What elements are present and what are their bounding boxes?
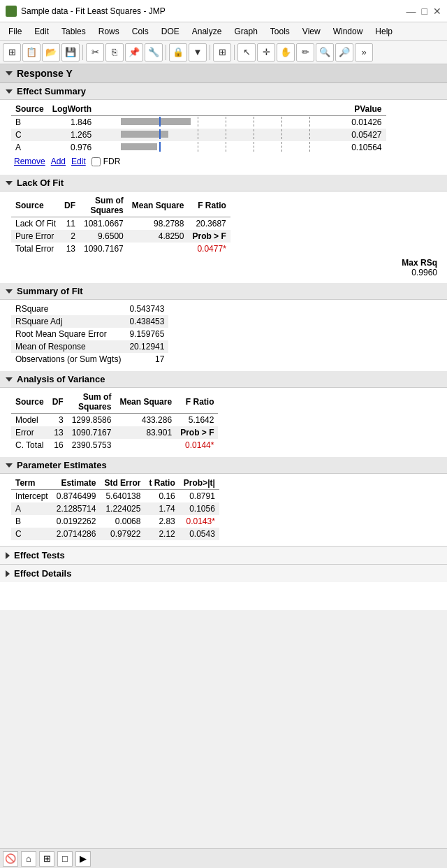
- menu-item-cols[interactable]: Cols: [126, 25, 154, 38]
- toolbar-btn-grid[interactable]: ⊞: [213, 43, 231, 62]
- toolbar-btn-1[interactable]: ⊞: [3, 43, 21, 62]
- sof-label-3: Mean of Response: [11, 340, 125, 353]
- window-controls[interactable]: — □ ✕: [406, 6, 441, 17]
- aov-source-2: C. Total: [11, 439, 48, 451]
- menu-item-help[interactable]: Help: [369, 25, 398, 38]
- lof-df-2: 2: [60, 230, 80, 243]
- toolbar-btn-5[interactable]: 🔧: [145, 43, 163, 62]
- lof-col-source: Source: [11, 194, 60, 217]
- menu-item-analyze[interactable]: Analyze: [186, 25, 228, 38]
- toolbar-btn-hand[interactable]: ✋: [277, 43, 295, 62]
- aov-fr-1: Prob > F: [176, 426, 218, 439]
- window-title: Sample data - Fit Least Squares - JMP: [21, 6, 166, 16]
- toolbar-btn-4[interactable]: 💾: [61, 43, 80, 62]
- toolbar-btn-search[interactable]: 🔍: [316, 43, 334, 62]
- maximize-button[interactable]: □: [422, 6, 427, 17]
- aov-source-1: Error: [11, 426, 48, 439]
- response-header[interactable]: Response Y: [0, 64, 447, 83]
- toolbar-btn-zoom[interactable]: 🔎: [335, 43, 353, 62]
- fdr-checkbox-label[interactable]: FDR: [91, 157, 121, 166]
- bar-c: [96, 129, 347, 141]
- menu-item-rows[interactable]: Rows: [93, 25, 125, 38]
- table-row: C. Total 16 2390.5753 0.0144*: [11, 439, 218, 451]
- toolbar-btn-copy[interactable]: ⎘: [105, 43, 124, 62]
- pe-stderr-0: 5.640138: [100, 490, 145, 503]
- analysis-of-variance-triangle: [6, 377, 13, 382]
- toolbar-btn-more[interactable]: »: [355, 43, 373, 62]
- aov-df-1: 13: [48, 426, 68, 439]
- logworth-a: 0.976: [48, 141, 96, 154]
- sof-value-4: 17: [125, 353, 168, 366]
- toolbar-btn-cross[interactable]: ✛: [257, 43, 275, 62]
- table-row: Intercept 0.8746499 5.640138 0.16 0.8791: [11, 490, 219, 503]
- status-icon-window[interactable]: □: [57, 851, 73, 867]
- status-icon-home[interactable]: ⌂: [21, 851, 36, 867]
- menu-item-window[interactable]: Window: [328, 25, 369, 38]
- status-icon-grid[interactable]: ⊞: [39, 851, 54, 867]
- toolbar-btn-paste[interactable]: 📌: [125, 43, 143, 62]
- lof-df-1: 11: [60, 217, 80, 231]
- pe-estimate-2: 0.0192262: [52, 515, 101, 528]
- toolbar-btn-down[interactable]: ▼: [189, 43, 207, 62]
- menu-item-tools[interactable]: Tools: [265, 25, 295, 38]
- toolbar-btn-lock[interactable]: 🔒: [169, 43, 187, 62]
- app-icon: [6, 6, 17, 17]
- aov-df-2: 16: [48, 439, 68, 451]
- toolbar-btn-cut[interactable]: ✂: [86, 43, 104, 62]
- summary-of-fit-header[interactable]: Summary of Fit: [0, 283, 447, 300]
- menu-item-view[interactable]: View: [297, 25, 326, 38]
- add-link[interactable]: Add: [51, 157, 66, 166]
- status-icon-stop[interactable]: 🚫: [3, 851, 18, 867]
- parameter-estimates-header[interactable]: Parameter Estimates: [0, 457, 447, 474]
- pe-prob-3: 0.0543: [179, 528, 219, 540]
- aov-ss-2: 2390.5753: [68, 439, 116, 451]
- toolbar-btn-pencil[interactable]: ✏: [296, 43, 314, 62]
- effect-tests-section[interactable]: Effect Tests: [0, 546, 447, 564]
- close-button[interactable]: ✕: [433, 6, 441, 17]
- toolbar-btn-3[interactable]: 📂: [42, 43, 60, 62]
- table-row: Pure Error 2 9.6500 4.8250 Prob > F: [11, 230, 230, 243]
- aov-source-0: Model: [11, 414, 48, 427]
- sof-label-0: RSquare: [11, 303, 125, 315]
- analysis-of-variance-header[interactable]: Analysis of Variance: [0, 371, 447, 388]
- col-bar: [96, 103, 347, 116]
- lof-col-df: DF: [60, 194, 80, 217]
- pe-tratio-0: 0.16: [145, 490, 179, 503]
- toolbar-sep-2: [166, 45, 166, 60]
- effect-details-section[interactable]: Effect Details: [0, 564, 447, 582]
- summary-of-fit-table: RSquare 0.543743 RSquare Adj 0.438453 Ro…: [11, 303, 168, 366]
- remove-link[interactable]: Remove: [14, 157, 45, 166]
- effect-details-triangle: [6, 570, 10, 577]
- menu-item-edit[interactable]: Edit: [29, 25, 54, 38]
- menu-item-doe[interactable]: DOE: [156, 25, 185, 38]
- toolbar-sep-3: [210, 45, 210, 60]
- pe-estimate-1: 2.1285714: [52, 502, 101, 515]
- table-row: Model 3 1299.8586 433.286 5.1642: [11, 414, 218, 427]
- aov-col-ms: Mean Square: [115, 391, 176, 414]
- edit-link[interactable]: Edit: [71, 157, 86, 166]
- pvalue-a: 0.10564: [347, 141, 386, 154]
- minimize-button[interactable]: —: [406, 6, 416, 17]
- sof-value-3: 20.12941: [125, 340, 168, 353]
- menu-item-tables[interactable]: Tables: [56, 25, 91, 38]
- lof-col-ms: Mean Square: [128, 194, 189, 217]
- max-rsq-area: Max RSq 0.9960: [11, 258, 441, 277]
- lack-of-fit-header[interactable]: Lack Of Fit: [0, 175, 447, 191]
- effect-summary-header[interactable]: Effect Summary: [0, 83, 447, 100]
- toolbar-btn-2[interactable]: 📋: [22, 43, 41, 62]
- summary-of-fit-content: RSquare 0.543743 RSquare Adj 0.438453 Ro…: [0, 300, 447, 371]
- pe-tratio-2: 2.83: [145, 515, 179, 528]
- effect-summary-actions: Remove Add Edit FDR: [14, 154, 441, 169]
- table-row: C 1.265 0.05427: [11, 129, 386, 141]
- content-area: Response Y Effect Summary Source LogWort…: [0, 64, 447, 610]
- aov-col-source: Source: [11, 391, 48, 414]
- menu-item-file[interactable]: File: [3, 25, 27, 38]
- status-icon-arrow[interactable]: ▶: [75, 851, 91, 867]
- pvalue-c: 0.05427: [347, 129, 386, 141]
- pe-tratio-1: 1.74: [145, 502, 179, 515]
- response-collapse-triangle[interactable]: [6, 71, 13, 75]
- toolbar-btn-select[interactable]: ↖: [237, 43, 256, 62]
- menu-item-graph[interactable]: Graph: [228, 25, 263, 38]
- lack-of-fit-title: Lack Of Fit: [17, 178, 64, 188]
- fdr-checkbox[interactable]: [91, 157, 101, 166]
